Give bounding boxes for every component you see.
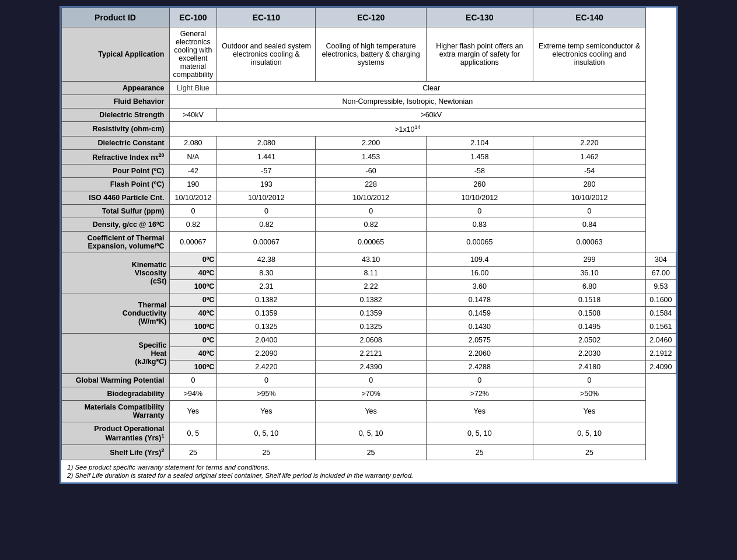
gw-ec110: 0 bbox=[217, 374, 316, 387]
kin-0c-ec130: 299 bbox=[533, 253, 645, 267]
sh-100c-ec120: 2.4288 bbox=[426, 360, 533, 374]
density-ec100: 0.82 bbox=[169, 218, 217, 232]
kin-40c-ec140: 67.00 bbox=[646, 267, 676, 280]
sl-ec100: 25 bbox=[169, 445, 217, 460]
sl-ec140: 25 bbox=[533, 445, 645, 460]
sh-100c-ec110: 2.4390 bbox=[316, 360, 426, 374]
fluid-behavior-row: Fluid Behavior Non-Compressible, Isotrop… bbox=[61, 95, 676, 108]
refractive-index-label: Refractive Index nτ20 bbox=[61, 150, 169, 164]
sulfur-ec110: 0 bbox=[217, 205, 316, 218]
dielectric-constant-ec100: 2.080 bbox=[169, 136, 217, 150]
sh-0c-ec140: 2.0460 bbox=[646, 334, 676, 347]
iso-ec120: 10/10/2012 bbox=[316, 191, 426, 205]
mc-ec120: Yes bbox=[316, 401, 426, 422]
sh-0c-ec130: 2.0502 bbox=[533, 334, 645, 347]
mc-ec140: Yes bbox=[533, 401, 645, 422]
materials-compatibility-row: Materials Compatibility Warranty Yes Yes… bbox=[61, 401, 676, 422]
thermal-conductivity-label: Thermal Conductivity (W/m*K) bbox=[61, 293, 169, 334]
kin-100c-ec130: 6.80 bbox=[533, 280, 645, 293]
biodegradability-label: Biodegradability bbox=[61, 387, 169, 401]
resistivity-row: Resistivity (ohm-cm) >1x1014 bbox=[61, 122, 676, 136]
typical-app-ec140: Extreme temp semiconductor & electronics… bbox=[533, 27, 645, 82]
sulfur-ec140: 0 bbox=[533, 205, 645, 218]
resistivity-label: Resistivity (ohm-cm) bbox=[61, 122, 169, 136]
gw-ec100: 0 bbox=[169, 374, 217, 387]
specific-heat-0c-row: Specific Heat (kJ/kg*C) 0ºC 2.0400 2.060… bbox=[61, 334, 676, 347]
sulfur-ec130: 0 bbox=[426, 205, 533, 218]
appearance-ec100: Light Blue bbox=[169, 82, 217, 95]
tc-40c-ec100: 0.1359 bbox=[217, 307, 316, 320]
refractive-ec130: 1.458 bbox=[426, 150, 533, 164]
refractive-ec120: 1.453 bbox=[316, 150, 426, 164]
tc-0c-ec130: 0.1518 bbox=[533, 293, 645, 307]
kinematic-100c-temp: 100ºC bbox=[169, 280, 217, 293]
pour-point-ec110: -57 bbox=[217, 164, 316, 178]
tc-0c-ec140: 0.1600 bbox=[646, 293, 676, 307]
resistivity-value: >1x1014 bbox=[169, 122, 646, 136]
sh-40c-ec140: 2.1912 bbox=[646, 347, 676, 360]
density-label: Density, g/cc @ 16ºC bbox=[61, 218, 169, 232]
product-id-header: Product ID bbox=[61, 8, 169, 27]
bio-ec130: >72% bbox=[426, 387, 533, 401]
dielectric-constant-ec120: 2.200 bbox=[316, 136, 426, 150]
shelf-life-row: Shelf Life (Yrs)2 25 25 25 25 25 bbox=[61, 445, 676, 460]
expansion-ec110: 0.00067 bbox=[217, 232, 316, 253]
tc-100c-ec120: 0.1430 bbox=[426, 320, 533, 334]
sulfur-ec100: 0 bbox=[169, 205, 217, 218]
po-ec130: 0, 5, 10 bbox=[426, 422, 533, 445]
kin-100c-ec140: 9.53 bbox=[646, 280, 676, 293]
typical-application-row: Typical Application General electronics … bbox=[61, 27, 676, 82]
kin-100c-ec120: 3.60 bbox=[426, 280, 533, 293]
footnote-2: 2) Shelf Life duration is stated for a s… bbox=[67, 472, 640, 479]
iso-4460-label: ISO 4460 Particle Cnt. bbox=[61, 191, 169, 205]
flash-point-ec100: 190 bbox=[169, 178, 217, 191]
iso-ec100: 10/10/2012 bbox=[169, 191, 217, 205]
kin-40c-ec120: 16.00 bbox=[426, 267, 533, 280]
pour-point-label: Pour Point (ºC) bbox=[61, 164, 169, 178]
kinematic-40c-temp: 40ºC bbox=[169, 267, 217, 280]
header-row: Product ID EC-100 EC-110 EC-120 EC-130 E… bbox=[61, 8, 676, 27]
tc-0c-ec100: 0.1382 bbox=[217, 293, 316, 307]
sh-0c-ec120: 2.0575 bbox=[426, 334, 533, 347]
kin-0c-ec110: 43.10 bbox=[316, 253, 426, 267]
pour-point-ec100: -42 bbox=[169, 164, 217, 178]
density-row: Density, g/cc @ 16ºC 0.82 0.82 0.82 0.83… bbox=[61, 218, 676, 232]
specific-heat-label: Specific Heat (kJ/kg*C) bbox=[61, 334, 169, 374]
expansion-ec100: 0.00067 bbox=[169, 232, 217, 253]
dielectric-strength-rest: >60kV bbox=[217, 108, 646, 122]
tc-100c-ec130: 0.1495 bbox=[533, 320, 645, 334]
product-ec110-header: EC-110 bbox=[217, 8, 316, 27]
sh-40c-ec100: 2.2090 bbox=[217, 347, 316, 360]
sl-ec120: 25 bbox=[316, 445, 426, 460]
po-ec140: 0, 5, 10 bbox=[533, 422, 645, 445]
tc-40c-ec130: 0.1508 bbox=[533, 307, 645, 320]
global-warming-row: Global Warming Potential 0 0 0 0 0 bbox=[61, 374, 676, 387]
mc-ec110: Yes bbox=[217, 401, 316, 422]
gw-ec140: 0 bbox=[533, 374, 645, 387]
pour-point-ec120: -60 bbox=[316, 164, 426, 178]
appearance-label: Appearance bbox=[61, 82, 169, 95]
mc-ec130: Yes bbox=[426, 401, 533, 422]
refractive-ec140: 1.462 bbox=[533, 150, 645, 164]
footnotes: 1) See product specific warranty stateme… bbox=[61, 460, 646, 482]
total-sulfur-label: Total Sulfur (ppm) bbox=[61, 205, 169, 218]
kin-40c-ec130: 36.10 bbox=[533, 267, 645, 280]
refractive-index-row: Refractive Index nτ20 N/A 1.441 1.453 1.… bbox=[61, 150, 676, 164]
kin-40c-ec110: 8.11 bbox=[316, 267, 426, 280]
sulfur-ec120: 0 bbox=[316, 205, 426, 218]
sh-100c-ec130: 2.4180 bbox=[533, 360, 645, 374]
thermal-expansion-row: Coefficient of Thermal Expansion, volume… bbox=[61, 232, 676, 253]
kin-0c-ec120: 109.4 bbox=[426, 253, 533, 267]
materials-compatibility-label: Materials Compatibility Warranty bbox=[61, 401, 169, 422]
kin-100c-ec100: 2.31 bbox=[217, 280, 316, 293]
tc-40c-ec120: 0.1459 bbox=[426, 307, 533, 320]
product-ec100-header: EC-100 bbox=[169, 8, 217, 27]
iso-4460-row: ISO 4460 Particle Cnt. 10/10/2012 10/10/… bbox=[61, 191, 676, 205]
dielectric-strength-ec100: >40kV bbox=[169, 108, 217, 122]
kinematic-0c-temp: 0ºC bbox=[169, 253, 217, 267]
shelf-life-label: Shelf Life (Yrs)2 bbox=[61, 445, 169, 460]
biodegradability-row: Biodegradability >94% >95% >70% >72% >50… bbox=[61, 387, 676, 401]
density-ec140: 0.84 bbox=[533, 218, 645, 232]
dielectric-constant-label: Dielectric Constant bbox=[61, 136, 169, 150]
density-ec110: 0.82 bbox=[217, 218, 316, 232]
